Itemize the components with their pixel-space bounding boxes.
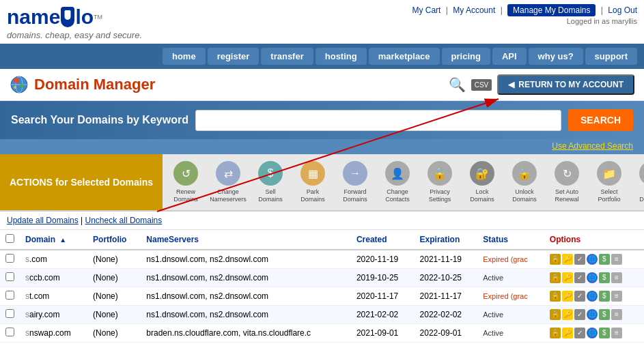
dollar-opt-4[interactable]: $ (599, 309, 610, 320)
privacy-icon: 🔒 (428, 161, 452, 186)
sell-icon: $ (258, 161, 283, 186)
globe-opt-1[interactable]: 🌐 (587, 254, 598, 265)
svg-point-6 (20, 84, 24, 88)
checkbox-1[interactable] (5, 254, 14, 263)
nav-register[interactable]: register (208, 48, 260, 65)
list-opt-3[interactable]: ≡ (611, 291, 622, 302)
nav-support[interactable]: support (585, 48, 637, 65)
check-opt-1[interactable]: ✓ (574, 254, 585, 265)
autorenewal-label: Set AutoRenewal (555, 188, 579, 203)
lock-opt-5[interactable]: 🔒 (550, 328, 561, 338)
advanced-search-link[interactable]: Use Advanced Search (0, 139, 644, 154)
nav-marketplace[interactable]: marketplace (369, 48, 440, 65)
checkbox-2[interactable] (5, 272, 14, 281)
svg-point-7 (14, 86, 16, 89)
lock-opt-1[interactable]: 🔒 (550, 254, 561, 265)
nav-pricing[interactable]: pricing (442, 48, 490, 65)
check-opt-5[interactable]: ✓ (574, 328, 585, 338)
globe-opt-5[interactable]: 🌐 (587, 328, 598, 338)
return-to-account-btn[interactable]: ◀ RETURN TO MY ACCOUNT (497, 74, 634, 95)
action-park[interactable]: ▦ ParkDomains (292, 158, 333, 206)
expiration-col-header[interactable]: Expiration (415, 230, 478, 250)
key-opt-4[interactable]: 🔑 (562, 309, 573, 320)
uncheck-all-link[interactable]: Uncheck all Domains (85, 216, 163, 225)
key-opt-5[interactable]: 🔑 (562, 328, 573, 338)
log-out-link[interactable]: Log Out (608, 5, 637, 15)
row-checkbox-1[interactable] (0, 250, 20, 269)
nameservers-cell-2: ns1.dnsowl.com, ns2.dnsowl.com (141, 268, 351, 287)
list-opt-5[interactable]: ≡ (611, 328, 622, 338)
search-icon[interactable]: 🔍 (449, 76, 466, 93)
row-checkbox-3[interactable] (0, 287, 20, 305)
list-opt-1[interactable]: ≡ (611, 254, 622, 265)
row-checkbox-5[interactable] (0, 323, 20, 342)
my-account-link[interactable]: My Account (453, 5, 495, 15)
action-sell[interactable]: $ SellDomains (250, 158, 291, 206)
search-button[interactable]: SEARCH (568, 109, 633, 131)
check-opt-2[interactable]: ✓ (574, 272, 585, 283)
globe-opt-4[interactable]: 🌐 (587, 309, 598, 320)
action-unlock[interactable]: 🔓 UnlockDomains (504, 158, 545, 206)
forward-icon: → (343, 161, 367, 186)
my-cart-link[interactable]: My Cart (412, 5, 440, 15)
checkbox-4[interactable] (5, 309, 14, 318)
action-portfolio[interactable]: 📁 SelectPortfolio (589, 158, 630, 206)
nameservers-col-header[interactable]: NameServers (141, 230, 351, 250)
globe-opt-2[interactable]: 🌐 (587, 272, 598, 283)
svg-point-5 (14, 78, 19, 83)
globe-opt-3[interactable]: 🌐 (587, 291, 598, 302)
lock-opt-2[interactable]: 🔒 (550, 272, 561, 283)
dollar-opt-3[interactable]: $ (599, 291, 610, 302)
lock-icon: 🔐 (470, 161, 494, 186)
nav-why-us[interactable]: why us? (529, 48, 583, 65)
list-opt-4[interactable]: ≡ (611, 309, 622, 320)
action-contacts[interactable]: 👤 ChangeContacts (377, 158, 418, 206)
key-opt-1[interactable]: 🔑 (562, 254, 573, 265)
renew-label: RenewDomains (173, 188, 198, 203)
portfolio-cell-2: (None) (87, 268, 141, 287)
update-all-link[interactable]: Update all Domains (7, 216, 79, 225)
nav-api[interactable]: API (492, 48, 527, 65)
manage-domains-btn[interactable]: Manage My Domains (507, 4, 596, 16)
csv-export-btn[interactable]: CSV (471, 79, 492, 91)
action-forward[interactable]: → ForwardDomains (335, 158, 376, 206)
key-opt-2[interactable]: 🔑 (562, 272, 573, 283)
select-all-header[interactable] (0, 230, 20, 250)
row-checkbox-2[interactable] (0, 268, 20, 287)
options-col-header: Options (544, 230, 644, 250)
list-opt-2[interactable]: ≡ (611, 272, 622, 283)
portfolio-col-header[interactable]: Portfolio (87, 230, 141, 250)
key-opt-3[interactable]: 🔑 (562, 291, 573, 302)
action-push[interactable]: ⬆ PushDomains (631, 158, 644, 206)
created-cell-2: 2019-10-25 (351, 268, 415, 287)
checkbox-3[interactable] (5, 291, 14, 300)
dollar-opt-5[interactable]: $ (599, 328, 610, 338)
dollar-opt-1[interactable]: $ (599, 254, 610, 265)
expiration-cell-5: 2022-09-01 (415, 323, 478, 342)
action-privacy[interactable]: 🔒 PrivacySettings (419, 158, 460, 206)
created-cell-4: 2021-02-02 (351, 305, 415, 323)
checkbox-5[interactable] (5, 328, 14, 336)
nav-home[interactable]: home (163, 48, 206, 65)
status-col-header[interactable]: Status (477, 230, 544, 250)
dollar-opt-2[interactable]: $ (599, 272, 610, 283)
table-row: st.com (None) ns1.dnsowl.com, ns2.dnsowl… (0, 287, 644, 305)
search-input[interactable] (195, 110, 561, 131)
action-autorenewal[interactable]: ↻ Set AutoRenewal (546, 158, 587, 206)
action-renew[interactable]: ↺ RenewDomains (165, 158, 206, 206)
check-opt-4[interactable]: ✓ (574, 309, 585, 320)
domain-table: Domain ▲ Portfolio NameServers Created E… (0, 230, 644, 343)
lock-opt-4[interactable]: 🔒 (550, 309, 561, 320)
check-opt-3[interactable]: ✓ (574, 291, 585, 302)
nav-transfer[interactable]: transfer (261, 48, 313, 65)
status-cell-5: Active (477, 323, 544, 342)
select-all-checkbox[interactable] (5, 234, 14, 243)
row-checkbox-4[interactable] (0, 305, 20, 323)
action-nameservers[interactable]: ⇄ ChangeNameservers (208, 158, 249, 206)
domain-col-header[interactable]: Domain ▲ (20, 230, 87, 250)
action-lock[interactable]: 🔐 LockDomains (462, 158, 503, 206)
lock-opt-3[interactable]: 🔒 (550, 291, 561, 302)
return-btn-label: RETURN TO MY ACCOUNT (518, 80, 624, 89)
nav-hosting[interactable]: hosting (316, 48, 367, 65)
created-col-header[interactable]: Created (351, 230, 415, 250)
